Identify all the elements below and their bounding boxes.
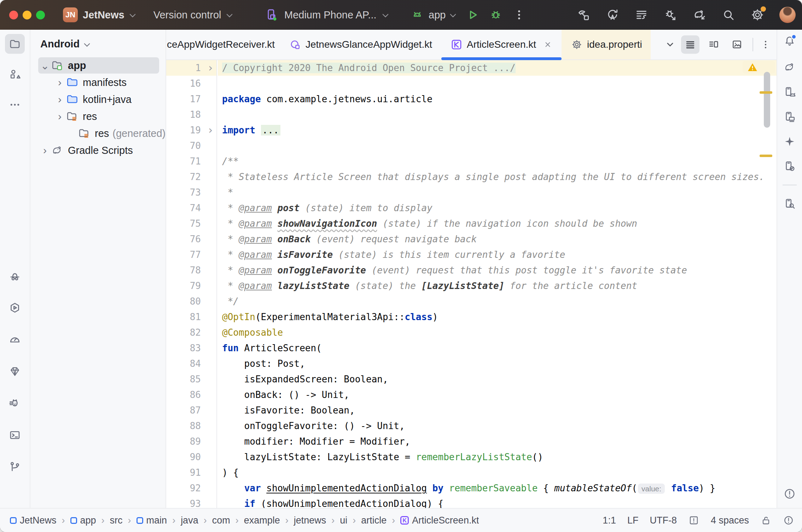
gutter-line-92[interactable]: 92 bbox=[166, 480, 216, 496]
project-name-button[interactable]: JetNews bbox=[83, 9, 124, 21]
fold-arrow-icon[interactable]: › bbox=[207, 122, 214, 138]
split-editor-button[interactable] bbox=[704, 35, 723, 54]
file-encoding[interactable]: UTF-8 bbox=[650, 515, 677, 526]
code-line-74[interactable]: * @param post (state) item to display bbox=[218, 200, 777, 216]
project-view-selector[interactable]: Android bbox=[30, 30, 165, 55]
gutter-line-72[interactable]: 72 bbox=[166, 169, 216, 185]
gutter-line-89[interactable]: 89 bbox=[166, 434, 216, 449]
gutter-line-81[interactable]: 81 bbox=[166, 309, 216, 325]
gutter-line-78[interactable]: 78 bbox=[166, 262, 216, 278]
services-button[interactable] bbox=[5, 298, 25, 318]
code-line-87[interactable]: isFavorite: Boolean, bbox=[218, 403, 777, 418]
gutter-line-17[interactable]: 17 bbox=[166, 91, 216, 107]
user-avatar[interactable] bbox=[779, 7, 796, 23]
chevron-collapsed-icon[interactable]: › bbox=[54, 110, 66, 122]
tab-articlescreen[interactable]: ArticleScreen.kt bbox=[441, 30, 562, 59]
code-line-19[interactable]: import ... bbox=[218, 122, 777, 138]
gemini-sparkle-icon[interactable] bbox=[783, 135, 796, 148]
gutter-line-16[interactable]: 16 bbox=[166, 76, 216, 91]
close-icon[interactable] bbox=[543, 40, 552, 49]
code-line-92[interactable]: var showUnimplementedActionDialog by rem… bbox=[218, 480, 777, 496]
code-line-91[interactable]: ) { bbox=[218, 465, 777, 480]
gutter-line-19[interactable]: 19› bbox=[166, 122, 216, 138]
chevron-collapsed-icon[interactable]: › bbox=[54, 76, 66, 88]
gutter-line-86[interactable]: 86 bbox=[166, 387, 216, 403]
chevron-collapsed-icon[interactable]: › bbox=[39, 144, 51, 156]
gutter-line-79[interactable]: 79 bbox=[166, 278, 216, 294]
breadcrumb-item[interactable]: src bbox=[110, 515, 123, 526]
search-icon[interactable] bbox=[721, 8, 736, 22]
code-line-75[interactable]: * @param showNavigationIcon (state) if t… bbox=[218, 216, 777, 231]
gutter-line-80[interactable]: 80 bbox=[166, 294, 216, 309]
app-inspection-button[interactable] bbox=[5, 266, 25, 286]
settings-button[interactable] bbox=[750, 8, 765, 22]
code-line-16[interactable] bbox=[218, 76, 777, 91]
code-line-72[interactable]: * Stateless Article Screen that displays… bbox=[218, 169, 777, 185]
code-line-18[interactable] bbox=[218, 107, 777, 122]
run-config-selector[interactable]: app bbox=[410, 8, 456, 22]
code-line-79[interactable]: * @param lazyListState (state) the [Lazy… bbox=[218, 278, 777, 294]
gutter-line-90[interactable]: 90 bbox=[166, 449, 216, 465]
code-line-77[interactable]: * @param isFavorite (state) is this item… bbox=[218, 247, 777, 262]
gutter-line-1[interactable]: 1› bbox=[166, 60, 216, 76]
code-line-93[interactable]: if (showUnimplementedActionDialog) { bbox=[218, 496, 777, 508]
tree-item-res[interactable]: › res bbox=[30, 108, 165, 125]
gutter-line-83[interactable]: 83 bbox=[166, 340, 216, 356]
hidden-tabs-chevron-icon[interactable] bbox=[664, 39, 676, 51]
code-line-90[interactable]: lazyListState: LazyListState = rememberL… bbox=[218, 449, 777, 465]
gutter-line-84[interactable]: 84 bbox=[166, 356, 216, 371]
chevron-collapsed-icon[interactable]: › bbox=[54, 93, 66, 105]
breadcrumb-item[interactable]: JetNews bbox=[10, 515, 57, 526]
gradle-sync-icon[interactable] bbox=[692, 8, 707, 22]
breadcrumb-item[interactable]: java bbox=[181, 515, 198, 526]
code-line-81[interactable]: @OptIn(ExperimentalMaterial3Api::class) bbox=[218, 309, 777, 325]
changed-lines-marker[interactable] bbox=[760, 91, 772, 94]
chevron-expanded-icon[interactable]: ⌄ bbox=[39, 59, 51, 72]
problems-status-icon[interactable] bbox=[783, 515, 794, 526]
gutter-line-18[interactable]: 18 bbox=[166, 107, 216, 122]
tab-idea-properties[interactable]: idea.properti bbox=[562, 30, 651, 59]
debug-button[interactable] bbox=[489, 8, 503, 22]
code-line-86[interactable]: onBack: () -> Unit, bbox=[218, 387, 777, 403]
gutter-line-71[interactable]: 71 bbox=[166, 154, 216, 169]
tab-glanceappwidgetreceiver[interactable]: ceAppWidgetReceiver.kt bbox=[166, 30, 280, 59]
gutter-line-70[interactable]: 70 bbox=[166, 138, 216, 154]
code-line-88[interactable]: onToggleFavorite: () -> Unit, bbox=[218, 418, 777, 434]
problems-button[interactable] bbox=[783, 487, 796, 500]
caret-position[interactable]: 1:1 bbox=[603, 515, 616, 526]
device-mirroring-button[interactable] bbox=[783, 160, 796, 173]
code-line-17[interactable]: package com.example.jetnews.ui.article bbox=[218, 91, 777, 107]
code-line-80[interactable]: */ bbox=[218, 294, 777, 309]
tree-item-gradle-scripts[interactable]: › Gradle Scripts bbox=[30, 142, 165, 159]
app-quality-insights-button[interactable] bbox=[5, 362, 25, 381]
tree-item-res-generated[interactable]: res (generated) bbox=[30, 125, 165, 142]
gutter-line-88[interactable]: 88 bbox=[166, 418, 216, 434]
gutter-line-85[interactable]: 85 bbox=[166, 371, 216, 387]
vcs-menu-button[interactable]: Version control bbox=[153, 9, 221, 21]
close-window-button[interactable] bbox=[9, 11, 18, 19]
gutter-line-82[interactable]: 82 bbox=[166, 325, 216, 340]
breadcrumb-item[interactable]: KArticleScreen.kt bbox=[400, 515, 479, 526]
code-line-85[interactable]: isExpandedScreen: Boolean, bbox=[218, 371, 777, 387]
code-line-71[interactable]: /** bbox=[218, 154, 777, 169]
more-actions-kebab-icon[interactable] bbox=[512, 8, 526, 22]
minimize-window-button[interactable] bbox=[23, 11, 31, 19]
gradle-tool-button[interactable] bbox=[783, 61, 796, 74]
breadcrumb-item[interactable]: app bbox=[70, 515, 96, 526]
breadcrumb-item[interactable]: example bbox=[244, 515, 280, 526]
breadcrumb-item[interactable]: jetnews bbox=[294, 515, 326, 526]
gutter-line-91[interactable]: 91 bbox=[166, 465, 216, 480]
device-selector[interactable]: Medium Phone AP... bbox=[284, 9, 377, 21]
profiler-tool-button[interactable] bbox=[5, 330, 25, 349]
attach-debugger-icon[interactable] bbox=[663, 8, 678, 22]
preview-button[interactable] bbox=[728, 35, 746, 54]
project-tool-button[interactable] bbox=[5, 34, 25, 54]
breadcrumb-item[interactable]: com bbox=[212, 515, 230, 526]
gutter-line-76[interactable]: 76 bbox=[166, 231, 216, 247]
breadcrumb-item[interactable]: main bbox=[136, 515, 167, 526]
code-line-73[interactable]: * bbox=[218, 185, 777, 200]
gutter-line-93[interactable]: 93 bbox=[166, 496, 216, 508]
gutter-line-87[interactable]: 87 bbox=[166, 403, 216, 418]
code-line-78[interactable]: * @param onToggleFavorite (event) reques… bbox=[218, 262, 777, 278]
code-line-83[interactable]: fun ArticleScreen( bbox=[218, 340, 777, 356]
